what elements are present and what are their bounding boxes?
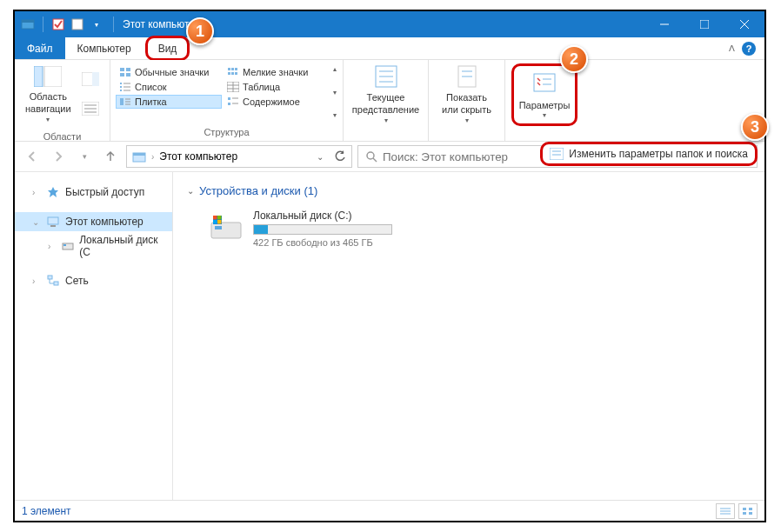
svg-rect-25 <box>235 72 237 75</box>
sidebar-item-this-pc[interactable]: ⌄ Этот компьютер <box>15 212 172 231</box>
ribbon-collapse-icon[interactable]: ᐱ <box>729 43 735 53</box>
svg-rect-18 <box>120 73 124 76</box>
section-devices-drives[interactable]: ⌄ Устройства и диски (1) <box>187 181 751 206</box>
svg-rect-69 <box>211 223 241 238</box>
options-button[interactable]: Параметры ▾ <box>511 63 578 126</box>
svg-rect-74 <box>213 220 217 224</box>
svg-rect-40 <box>228 97 230 100</box>
ribbon: Область навигации ▾ Области <box>15 60 764 142</box>
chevron-down-icon: ▾ <box>543 111 546 120</box>
star-icon <box>46 185 60 199</box>
breadcrumb-sep-icon: › <box>151 152 154 162</box>
sidebar: › Быстрый доступ ⌄ Этот компьютер › Ло <box>15 172 173 500</box>
layout-expand-icon[interactable]: ▾ <box>333 111 337 119</box>
ribbon-tabs: Файл Компьютер Вид ᐱ ? <box>15 37 764 60</box>
preview-pane-icon <box>77 65 104 92</box>
show-hide-button[interactable]: Показать или скрыть ▾ <box>435 63 498 126</box>
svg-rect-22 <box>235 68 237 70</box>
svg-rect-79 <box>743 508 746 510</box>
svg-rect-9 <box>44 66 62 87</box>
svg-rect-42 <box>228 103 230 105</box>
svg-rect-23 <box>228 72 230 75</box>
layout-tiles[interactable]: Плитка <box>116 95 222 109</box>
svg-rect-70 <box>215 226 222 229</box>
search-icon <box>365 150 377 163</box>
status-count: 1 элемент <box>22 505 71 517</box>
up-button[interactable] <box>100 146 121 167</box>
pc-icon <box>46 215 60 229</box>
svg-rect-58 <box>133 153 145 156</box>
options-dropdown-item[interactable]: Изменить параметры папок и поиска <box>540 142 758 166</box>
statusbar: 1 элемент <box>15 500 764 521</box>
svg-rect-3 <box>72 19 83 30</box>
address-dropdown-icon[interactable]: ⌄ <box>317 152 324 162</box>
current-view-icon <box>372 64 400 89</box>
preview-pane-button[interactable] <box>78 63 103 126</box>
refresh-icon[interactable] <box>334 150 346 163</box>
layout-regular-icons[interactable]: Обычные значки <box>116 65 222 79</box>
current-view-button[interactable]: Текущее представление ▾ <box>345 63 426 126</box>
svg-rect-17 <box>126 68 130 71</box>
sidebar-item-quick-access[interactable]: › Быстрый доступ <box>15 183 172 202</box>
svg-rect-51 <box>534 74 555 91</box>
qat-new-folder-icon[interactable] <box>70 17 85 32</box>
layout-small-icons[interactable]: Мелкие значки <box>224 65 330 79</box>
svg-line-60 <box>373 158 377 162</box>
qat-properties-icon[interactable] <box>50 17 66 32</box>
details-pane-icon <box>77 95 104 122</box>
sidebar-item-local-disk[interactable]: › Локальный диск (C <box>15 231 172 261</box>
titlebar: ▾ Этот компьютер <box>15 11 764 37</box>
disk-icon <box>61 239 74 253</box>
back-button[interactable] <box>22 146 43 167</box>
svg-point-59 <box>367 152 374 159</box>
nav-pane-button[interactable]: Область навигации ▾ <box>18 63 78 126</box>
location-icon <box>132 150 146 163</box>
tab-view[interactable]: Вид <box>145 36 190 61</box>
sidebar-item-network[interactable]: › Сеть <box>15 271 172 290</box>
svg-rect-80 <box>749 508 752 510</box>
svg-rect-20 <box>228 68 230 70</box>
chevron-down-icon: ⌄ <box>187 186 194 196</box>
svg-rect-5 <box>700 20 709 29</box>
svg-rect-11 <box>92 72 99 86</box>
svg-rect-36 <box>120 98 123 105</box>
layout-scroll-down-icon[interactable]: ▾ <box>333 89 337 96</box>
nav-pane-label: Область навигации <box>25 90 71 116</box>
tiles-icon <box>119 96 131 107</box>
svg-rect-64 <box>63 244 66 246</box>
qat-dropdown-icon[interactable]: ▾ <box>89 17 104 32</box>
drive-name: Локальный диск (C:) <box>253 209 392 222</box>
svg-rect-81 <box>743 512 746 515</box>
minimize-button[interactable] <box>644 11 684 37</box>
layout-content[interactable]: Содержимое <box>224 95 330 109</box>
recent-dropdown-icon[interactable]: ▾ <box>74 146 95 167</box>
layout-table[interactable]: Таблица <box>224 80 330 94</box>
help-icon[interactable]: ? <box>742 42 756 56</box>
maximize-button[interactable] <box>684 11 724 37</box>
svg-rect-65 <box>48 276 52 279</box>
drive-free-text: 422 ГБ свободно из 465 ГБ <box>253 237 392 248</box>
view-icons-toggle[interactable] <box>738 503 758 519</box>
view-details-toggle[interactable] <box>716 503 735 519</box>
show-hide-icon <box>453 64 481 89</box>
chevron-down-icon: ▾ <box>46 116 50 124</box>
svg-rect-62 <box>50 225 56 227</box>
drive-item[interactable]: Локальный диск (C:) 422 ГБ свободно из 4… <box>187 206 751 251</box>
forward-button[interactable] <box>48 146 69 167</box>
close-button[interactable] <box>724 11 764 37</box>
svg-rect-75 <box>217 220 222 224</box>
breadcrumb-location[interactable]: Этот компьютер <box>159 150 237 163</box>
layout-list[interactable]: Список <box>116 80 222 94</box>
svg-rect-72 <box>213 216 217 220</box>
layout-scroll-up-icon[interactable]: ▴ <box>333 65 337 73</box>
app-icon <box>20 17 36 32</box>
svg-rect-82 <box>749 512 752 515</box>
svg-rect-28 <box>120 86 122 88</box>
tab-file[interactable]: Файл <box>15 37 65 59</box>
chevron-down-icon: ▾ <box>384 116 388 125</box>
chevron-right-icon: › <box>48 242 56 251</box>
address-bar[interactable]: › Этот компьютер ⌄ <box>126 145 352 168</box>
network-icon <box>46 274 60 288</box>
tab-computer[interactable]: Компьютер <box>65 37 144 59</box>
content-icon <box>227 96 239 107</box>
